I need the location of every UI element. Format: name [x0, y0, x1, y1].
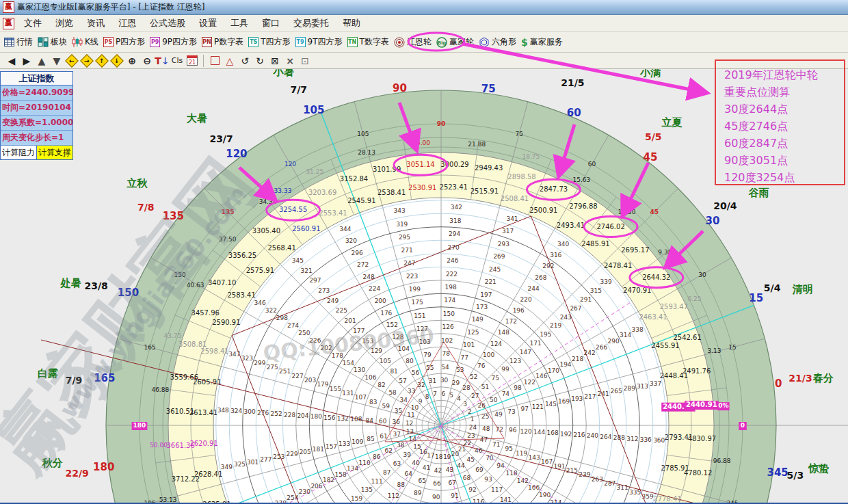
- center-tool-button[interactable]: ×: [282, 54, 297, 68]
- svg-text:38: 38: [397, 442, 405, 449]
- step-row: 周天变化步长=1: [1, 131, 72, 146]
- svg-text:32: 32: [417, 382, 425, 388]
- cls-button[interactable]: Cls: [170, 54, 185, 68]
- svg-text:21: 21: [458, 446, 466, 453]
- svg-text:17: 17: [427, 452, 434, 459]
- t-number-table-button[interactable]: TN T数字表: [347, 36, 389, 48]
- square-tool-button[interactable]: [207, 54, 222, 68]
- p-square-button[interactable]: PS P四方形: [103, 36, 145, 48]
- svg-text:222: 222: [446, 271, 458, 278]
- box-x-tool-button[interactable]: ⊠: [267, 54, 282, 68]
- svg-text:105: 105: [357, 131, 369, 137]
- down-button[interactable]: ▼: [49, 54, 64, 68]
- svg-text:299: 299: [254, 360, 265, 367]
- svg-text:267: 267: [570, 305, 581, 312]
- svg-text:241: 241: [597, 390, 609, 397]
- hexagon-button[interactable]: 六角形: [479, 36, 516, 48]
- pan-right-button[interactable]: →: [79, 54, 94, 68]
- svg-text:99: 99: [501, 366, 509, 373]
- pan-left-button[interactable]: ←: [64, 54, 79, 68]
- svg-text:191: 191: [553, 463, 565, 470]
- gann-wheel-button[interactable]: 江恩轮: [394, 36, 432, 48]
- svg-text:157: 157: [326, 443, 337, 450]
- svg-text:大暑: 大暑: [187, 112, 207, 124]
- t-square-button[interactable]: TS T四方形: [248, 36, 290, 48]
- diamond-left-icon: ←: [65, 54, 79, 68]
- svg-text:290: 290: [608, 338, 620, 345]
- rotate-ccw-button[interactable]: ↺: [237, 54, 252, 68]
- menu-browse[interactable]: 浏览: [49, 17, 80, 29]
- zoom-out-button[interactable]: ⊖: [140, 54, 155, 68]
- t9-square-button[interactable]: T9 9T四方形: [295, 36, 343, 48]
- triangle-tool-button[interactable]: △: [222, 54, 237, 68]
- pan-down-button[interactable]: ↓: [109, 54, 124, 68]
- svg-text:55: 55: [426, 364, 434, 371]
- svg-text:7/9: 7/9: [66, 375, 83, 386]
- zoom-in-button[interactable]: ⊕: [124, 54, 140, 68]
- svg-text:180: 180: [310, 413, 322, 420]
- svg-text:惊蛰: 惊蛰: [808, 462, 829, 475]
- svg-text:87: 87: [383, 469, 390, 476]
- menu-news[interactable]: 资讯: [80, 17, 111, 29]
- svg-text:360: 360: [653, 437, 665, 444]
- quotes-button[interactable]: 行情: [4, 36, 33, 48]
- winner-service-button[interactable]: $ 赢家服务: [521, 36, 563, 48]
- forward-button[interactable]: ▶: [19, 54, 34, 68]
- svg-text:317: 317: [502, 228, 514, 235]
- pan-up-button[interactable]: ↑: [94, 54, 109, 68]
- svg-text:218: 218: [572, 356, 583, 362]
- svg-text:199: 199: [409, 286, 421, 293]
- select-tool-button[interactable]: ⊡: [297, 54, 313, 68]
- t-down-button[interactable]: T↓: [155, 54, 170, 68]
- svg-text:84: 84: [366, 417, 374, 424]
- svg-text:43: 43: [446, 466, 453, 473]
- calendar-button[interactable]: 21: [185, 54, 200, 68]
- svg-text:348: 348: [217, 407, 229, 414]
- svg-text:22: 22: [464, 440, 471, 447]
- menu-trade[interactable]: 交易委托: [287, 17, 336, 29]
- menu-window[interactable]: 窗口: [255, 17, 287, 29]
- index-name: 上证指数: [1, 72, 72, 85]
- rotate-cw-button[interactable]: ↻: [252, 54, 267, 68]
- svg-text:3.13: 3.13: [707, 347, 721, 354]
- menu-gann[interactable]: 江恩: [111, 17, 143, 29]
- calc-resistance-button[interactable]: 计算阻力: [1, 146, 37, 159]
- svg-text:182: 182: [323, 477, 334, 483]
- svg-text:143: 143: [529, 454, 540, 461]
- svg-text:9.38: 9.38: [658, 249, 672, 256]
- kline-button[interactable]: K线: [72, 36, 98, 48]
- menu-help[interactable]: 帮助: [336, 17, 367, 29]
- blocks-button[interactable]: 板块: [38, 36, 67, 48]
- svg-text:14: 14: [408, 436, 416, 442]
- svg-text:10: 10: [411, 404, 419, 411]
- winner-wheel-button[interactable]: Big 赢家轮: [436, 36, 474, 48]
- back-button[interactable]: ◀: [4, 54, 19, 68]
- svg-text:3457.96: 3457.96: [191, 309, 220, 317]
- svg-text:223: 223: [406, 273, 418, 280]
- svg-text:25.00: 25.00: [412, 140, 430, 146]
- svg-text:18: 18: [435, 453, 443, 460]
- up-button[interactable]: ▲: [34, 54, 49, 68]
- svg-text:124: 124: [490, 341, 502, 347]
- svg-text:24: 24: [469, 424, 477, 431]
- svg-text:15: 15: [728, 344, 736, 351]
- menu-settings[interactable]: 设置: [192, 17, 224, 29]
- svg-text:275: 275: [267, 364, 278, 371]
- svg-text:7/8: 7/8: [137, 202, 155, 213]
- calc-support-button[interactable]: 计算支撑: [37, 146, 72, 159]
- svg-text:2553.41: 2553.41: [319, 209, 347, 217]
- svg-text:253: 253: [273, 453, 284, 460]
- svg-text:319: 319: [396, 221, 408, 228]
- menu-file[interactable]: 文件: [17, 17, 49, 29]
- t-down-icon: T: [155, 55, 161, 66]
- svg-text:57: 57: [399, 377, 406, 384]
- svg-text:198: 198: [445, 284, 457, 291]
- p9-square-button[interactable]: P9 9P四方形: [150, 36, 197, 48]
- svg-text:64: 64: [404, 470, 412, 477]
- menu-tools[interactable]: 工具: [224, 17, 255, 29]
- svg-text:178: 178: [332, 352, 343, 359]
- svg-text:80: 80: [406, 358, 414, 364]
- svg-text:216: 216: [573, 432, 585, 438]
- p-number-table-button[interactable]: PN P数字表: [202, 36, 243, 48]
- menu-formula-stock[interactable]: 公式选股: [143, 17, 192, 29]
